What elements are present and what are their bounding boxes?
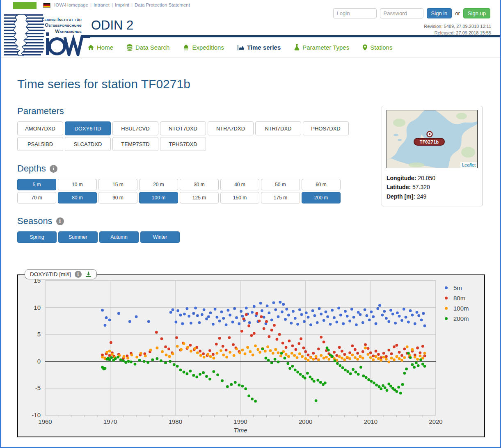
depth-button-125m[interactable]: 125 m	[180, 192, 219, 203]
season-button-autumn[interactable]: Autumn	[99, 231, 139, 243]
depth-button-150m[interactable]: 150 m	[220, 192, 259, 203]
param-button-AMON7DXD[interactable]: AMON7DXD	[17, 121, 63, 135]
topbar-link[interactable]: Intranet|	[94, 2, 115, 7]
sign-in-button[interactable]: Sign in	[427, 8, 452, 18]
depth-button-20m[interactable]: 20 m	[139, 179, 178, 190]
login-group: Sign in or Sign up	[333, 8, 490, 18]
nav-item-stations[interactable]: Stations	[363, 44, 392, 51]
nav-item-home[interactable]: Home	[88, 44, 113, 51]
app-title: ODIN 2	[91, 18, 133, 33]
topbar-link[interactable]: IOW-Homepage|	[54, 2, 94, 7]
svg-text:Time: Time	[233, 427, 247, 434]
season-button-spring[interactable]: Spring	[17, 231, 57, 243]
nav-item-parameter-types[interactable]: Parameter Types	[294, 44, 349, 51]
param-button-NTOT7DXD[interactable]: NTOT7DXD	[160, 121, 206, 135]
seasons-heading: Seasons i	[17, 216, 370, 226]
flask-icon	[294, 44, 300, 50]
parameters-heading: Parameters	[17, 106, 370, 117]
depth-button-80m[interactable]: 80 m	[58, 192, 97, 203]
station-info-label: Longitude:	[387, 175, 416, 181]
depth-button-60m[interactable]: 60 m	[302, 179, 341, 190]
topbar-links: IOW-Homepage|Intranet|Imprint|Data Prote…	[54, 2, 190, 7]
masthead: IOW-Homepage|Intranet|Imprint|Data Prote…	[1, 0, 500, 57]
param-button-TEMP7STD[interactable]: TEMP7STD	[112, 137, 158, 151]
topbar-link-label: Intranet	[94, 2, 110, 7]
chart-tab[interactable]: DOXY6TID [ml/l] i	[25, 269, 97, 279]
german-flag-icon[interactable]	[43, 3, 50, 8]
nav-item-label: Home	[97, 44, 113, 51]
station-map[interactable]: TF0271b Leaflet	[387, 110, 478, 168]
legend-label: 100m	[453, 305, 469, 312]
depth-button-175m[interactable]: 175 m	[261, 192, 300, 203]
depths-heading-label: Depths	[17, 163, 46, 174]
depth-button-70m[interactable]: 70 m	[17, 192, 56, 203]
svg-text:1980: 1980	[169, 418, 182, 425]
svg-text:TF0271b: TF0271b	[420, 139, 439, 145]
legend-dot-icon	[445, 297, 448, 299]
sign-up-button[interactable]: Sign up	[463, 8, 490, 18]
seasons-heading-label: Seasons	[17, 216, 53, 226]
svg-text:1960: 1960	[38, 418, 52, 425]
info-icon[interactable]: i	[56, 217, 64, 225]
nav-item-label: Parameter Types	[302, 44, 349, 51]
parameters-heading-label: Parameters	[17, 106, 64, 117]
param-button-TPHS7DXD[interactable]: TPHS7DXD	[160, 137, 206, 151]
station-info-label: Latitude:	[387, 184, 411, 190]
nav-item-label: Time series	[247, 44, 281, 51]
station-card: TF0271b Leaflet Longitude: 20.050Latitud…	[382, 106, 483, 206]
leaflet-attribution[interactable]: Leaflet	[460, 162, 477, 168]
param-button-PSAL5IBD[interactable]: PSAL5IBD	[17, 137, 63, 151]
svg-text:1970: 1970	[103, 418, 117, 425]
depth-button-40m[interactable]: 40 m	[220, 179, 259, 190]
svg-text:-5: -5	[35, 384, 41, 391]
institute-line: Warnemünde	[1, 28, 82, 34]
station-info-row: Latitude: 57.320	[387, 183, 478, 192]
station-info: Longitude: 20.050Latitude: 57.320Depth […	[387, 174, 478, 201]
param-button-HSUL7CVD[interactable]: HSUL7CVD	[112, 121, 158, 135]
depths-heading: Depths i	[17, 163, 370, 174]
info-icon[interactable]: i	[50, 165, 57, 173]
svg-text:1990: 1990	[233, 418, 247, 425]
depth-button-5m[interactable]: 5 m	[17, 179, 56, 190]
depth-button-90m[interactable]: 90 m	[98, 192, 137, 203]
station-info-label: Depth [m]:	[387, 193, 415, 200]
legend-item: 5m	[445, 284, 469, 291]
season-button-winter[interactable]: Winter	[140, 231, 180, 243]
page: IOW-Homepage|Intranet|Imprint|Data Prote…	[0, 0, 501, 448]
nav-item-expeditions[interactable]: Expeditions	[183, 44, 224, 51]
ship-bell-icon	[183, 44, 189, 50]
topbar-separator: |	[90, 2, 92, 7]
param-button-NTRI7DXD[interactable]: NTRI7DXD	[255, 121, 301, 135]
download-icon[interactable]	[85, 271, 92, 277]
param-button-SLCA7DXD[interactable]: SLCA7DXD	[65, 137, 111, 151]
depth-button-200m[interactable]: 200 m	[302, 192, 341, 203]
nav-item-label: Expeditions	[192, 44, 224, 51]
topbar-link[interactable]: Imprint|	[115, 2, 135, 7]
season-button-summer[interactable]: Summer	[58, 231, 98, 243]
legend-label: 200m	[453, 315, 469, 322]
topbar-link-label: Data Protection Statement	[135, 2, 190, 7]
green-accent-block	[13, 2, 37, 9]
svg-text:2010: 2010	[364, 418, 377, 425]
password-input[interactable]	[380, 8, 423, 18]
param-button-NTRA7DXD[interactable]: NTRA7DXD	[208, 121, 254, 135]
topbar-link[interactable]: Data Protection Statement|	[135, 2, 190, 7]
depth-button-15m[interactable]: 15 m	[98, 179, 137, 190]
nav-item-data-search[interactable]: Data Search	[127, 44, 169, 51]
param-button-DOXY6TID[interactable]: DOXY6TID	[65, 121, 111, 135]
param-button-PHOS7DXD[interactable]: PHOS7DXD	[303, 121, 349, 135]
baltic-map-graphic: TF0271b	[387, 110, 478, 168]
depth-buttons: 5 m10 m15 m20 m30 m40 m50 m60 m70 m80 m9…	[17, 179, 358, 205]
chart-icon	[238, 45, 244, 50]
info-icon[interactable]: i	[75, 271, 82, 278]
chart-tab-label: DOXY6TID [ml/l]	[30, 271, 71, 277]
depth-button-10m[interactable]: 10 m	[58, 179, 97, 190]
login-input[interactable]	[333, 8, 377, 18]
topbar-link-label: IOW-Homepage	[54, 2, 88, 7]
depth-button-100m[interactable]: 100 m	[139, 192, 178, 203]
depth-button-50m[interactable]: 50 m	[261, 179, 300, 190]
nav-item-time-series[interactable]: Time series	[238, 44, 281, 51]
svg-text:2020: 2020	[429, 418, 442, 425]
or-text: or	[455, 10, 460, 16]
depth-button-30m[interactable]: 30 m	[180, 179, 219, 190]
